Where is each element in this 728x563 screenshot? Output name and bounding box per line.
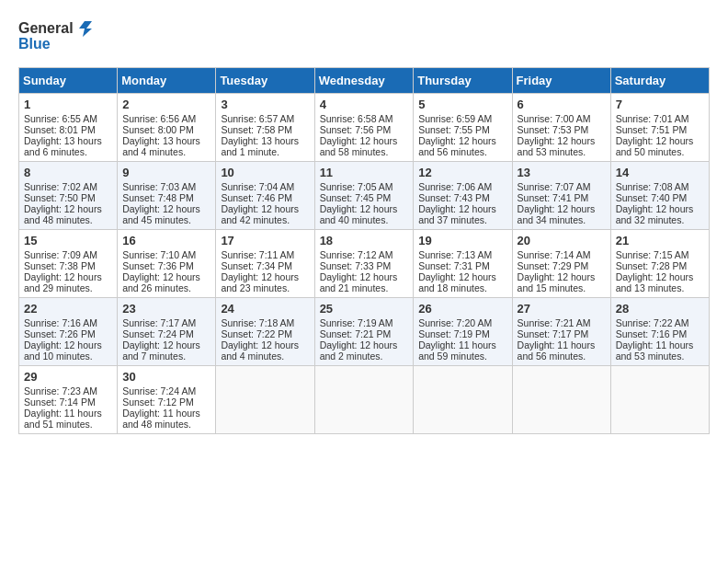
weekday-header-sunday: Sunday	[19, 68, 118, 94]
daylight-text: Daylight: 11 hours and 48 minutes.	[122, 408, 210, 430]
day-number: 11	[320, 166, 409, 179]
day-number: 9	[122, 166, 210, 179]
day-number: 26	[418, 302, 506, 316]
daylight-text: Daylight: 12 hours and 32 minutes.	[616, 203, 704, 225]
daylight-text: Daylight: 12 hours and 48 minutes.	[24, 203, 112, 225]
daylight-text: Daylight: 12 hours and 23 minutes.	[221, 271, 309, 293]
daylight-text: Daylight: 12 hours and 10 minutes.	[24, 339, 112, 362]
sunrise-text: Sunrise: 7:22 AM	[616, 317, 704, 328]
day-number: 4	[320, 98, 409, 111]
day-number: 21	[616, 234, 704, 247]
day-number: 24	[221, 302, 309, 316]
calendar-day-cell: 22Sunrise: 7:16 AMSunset: 7:26 PMDayligh…	[19, 298, 118, 366]
sunset-text: Sunset: 7:48 PM	[122, 192, 210, 203]
day-number: 2	[122, 98, 210, 111]
sunrise-text: Sunrise: 7:24 AM	[122, 385, 210, 396]
daylight-text: Daylight: 12 hours and 58 minutes.	[320, 135, 409, 157]
calendar-week-row: 1Sunrise: 6:55 AMSunset: 8:01 PMDaylight…	[19, 94, 710, 162]
day-number: 3	[221, 98, 309, 111]
sunset-text: Sunset: 7:51 PM	[616, 124, 704, 135]
calendar-empty-cell	[216, 366, 314, 434]
calendar-day-cell: 7Sunrise: 7:01 AMSunset: 7:51 PMDaylight…	[610, 94, 709, 162]
daylight-text: Daylight: 12 hours and 50 minutes.	[616, 135, 704, 157]
calendar-day-cell: 16Sunrise: 7:10 AMSunset: 7:36 PMDayligh…	[118, 230, 216, 298]
sunset-text: Sunset: 8:00 PM	[122, 124, 210, 135]
sunrise-text: Sunrise: 7:08 AM	[616, 181, 704, 192]
calendar-day-cell: 13Sunrise: 7:07 AMSunset: 7:41 PMDayligh…	[512, 162, 610, 230]
day-number: 19	[418, 234, 506, 247]
sunrise-text: Sunrise: 7:02 AM	[24, 181, 112, 192]
daylight-text: Daylight: 12 hours and 53 minutes.	[518, 135, 606, 157]
daylight-text: Daylight: 13 hours and 6 minutes.	[24, 135, 112, 157]
calendar-day-cell: 18Sunrise: 7:12 AMSunset: 7:33 PMDayligh…	[314, 230, 414, 298]
day-number: 17	[221, 234, 309, 247]
day-number: 14	[616, 166, 704, 179]
svg-marker-0	[79, 21, 92, 37]
day-number: 29	[24, 370, 112, 384]
sunrise-text: Sunrise: 7:04 AM	[221, 181, 309, 192]
daylight-text: Daylight: 11 hours and 56 minutes.	[518, 339, 606, 362]
calendar-day-cell: 20Sunrise: 7:14 AMSunset: 7:29 PMDayligh…	[512, 230, 610, 298]
calendar-day-cell: 5Sunrise: 6:59 AMSunset: 7:55 PMDaylight…	[414, 94, 512, 162]
sunset-text: Sunset: 7:50 PM	[24, 192, 112, 203]
sunset-text: Sunset: 7:31 PM	[418, 260, 506, 271]
sunrise-text: Sunrise: 7:00 AM	[518, 113, 606, 124]
sunset-text: Sunset: 7:46 PM	[221, 192, 309, 203]
day-number: 27	[518, 302, 606, 316]
sunset-text: Sunset: 7:58 PM	[221, 124, 309, 135]
weekday-header-saturday: Saturday	[610, 68, 709, 94]
weekday-header-tuesday: Tuesday	[216, 68, 314, 94]
calendar-table: SundayMondayTuesdayWednesdayThursdayFrid…	[18, 67, 710, 434]
daylight-text: Daylight: 12 hours and 56 minutes.	[418, 135, 506, 157]
sunset-text: Sunset: 7:22 PM	[221, 328, 309, 339]
sunset-text: Sunset: 7:17 PM	[518, 328, 606, 339]
daylight-text: Daylight: 11 hours and 53 minutes.	[616, 339, 704, 362]
sunset-text: Sunset: 7:26 PM	[24, 328, 112, 339]
sunset-text: Sunset: 7:34 PM	[221, 260, 309, 271]
sunset-text: Sunset: 7:36 PM	[122, 260, 210, 271]
sunset-text: Sunset: 7:24 PM	[122, 328, 210, 339]
calendar-day-cell: 30Sunrise: 7:24 AMSunset: 7:12 PMDayligh…	[118, 366, 216, 434]
calendar-day-cell: 24Sunrise: 7:18 AMSunset: 7:22 PMDayligh…	[216, 298, 314, 366]
sunrise-text: Sunrise: 7:14 AM	[518, 249, 606, 260]
day-number: 23	[122, 302, 210, 316]
weekday-header-monday: Monday	[118, 68, 216, 94]
calendar-week-row: 29Sunrise: 7:23 AMSunset: 7:14 PMDayligh…	[19, 366, 710, 434]
sunset-text: Sunset: 8:01 PM	[24, 124, 112, 135]
sunrise-text: Sunrise: 7:16 AM	[24, 317, 112, 328]
daylight-text: Daylight: 12 hours and 18 minutes.	[418, 271, 506, 293]
sunrise-text: Sunrise: 7:03 AM	[122, 181, 210, 192]
sunrise-text: Sunrise: 7:07 AM	[518, 181, 606, 192]
calendar-day-cell: 14Sunrise: 7:08 AMSunset: 7:40 PMDayligh…	[610, 162, 709, 230]
sunrise-text: Sunrise: 6:57 AM	[221, 113, 309, 124]
calendar-day-cell: 1Sunrise: 6:55 AMSunset: 8:01 PMDaylight…	[19, 94, 118, 162]
sunset-text: Sunset: 7:41 PM	[518, 192, 606, 203]
calendar-day-cell: 4Sunrise: 6:58 AMSunset: 7:56 PMDaylight…	[314, 94, 414, 162]
calendar-day-cell: 17Sunrise: 7:11 AMSunset: 7:34 PMDayligh…	[216, 230, 314, 298]
sunset-text: Sunset: 7:16 PM	[616, 328, 704, 339]
calendar-day-cell: 21Sunrise: 7:15 AMSunset: 7:28 PMDayligh…	[610, 230, 709, 298]
weekday-header-thursday: Thursday	[414, 68, 512, 94]
daylight-text: Daylight: 12 hours and 29 minutes.	[24, 271, 112, 293]
sunrise-text: Sunrise: 7:11 AM	[221, 249, 309, 260]
daylight-text: Daylight: 12 hours and 21 minutes.	[320, 271, 409, 293]
sunset-text: Sunset: 7:43 PM	[418, 192, 506, 203]
calendar-header-row: SundayMondayTuesdayWednesdayThursdayFrid…	[19, 68, 710, 94]
calendar-empty-cell	[610, 366, 709, 434]
calendar-week-row: 8Sunrise: 7:02 AMSunset: 7:50 PMDaylight…	[19, 162, 710, 230]
daylight-text: Daylight: 13 hours and 1 minute.	[221, 135, 309, 157]
sunrise-text: Sunrise: 7:21 AM	[518, 317, 606, 328]
day-number: 12	[418, 166, 506, 179]
day-number: 7	[616, 98, 704, 111]
sunrise-text: Sunrise: 7:15 AM	[616, 249, 704, 260]
day-number: 30	[122, 370, 210, 384]
sunrise-text: Sunrise: 7:12 AM	[320, 249, 409, 260]
day-number: 18	[320, 234, 409, 247]
calendar-empty-cell	[314, 366, 414, 434]
sunset-text: Sunset: 7:19 PM	[418, 328, 506, 339]
sunrise-text: Sunrise: 7:01 AM	[616, 113, 704, 124]
day-number: 28	[616, 302, 704, 316]
sunset-text: Sunset: 7:53 PM	[518, 124, 606, 135]
daylight-text: Daylight: 12 hours and 37 minutes.	[418, 203, 506, 225]
sunrise-text: Sunrise: 7:05 AM	[320, 181, 409, 192]
